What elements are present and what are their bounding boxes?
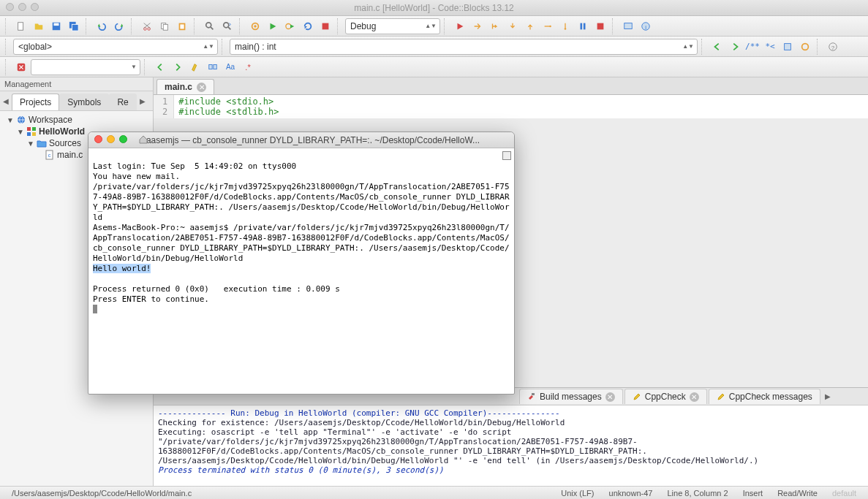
terminal-titlebar[interactable]: aasemjs — cb_console_runner DYLD_LIBRARY… bbox=[88, 132, 514, 148]
function-combo[interactable]: main() : int ▲▼ bbox=[230, 39, 698, 55]
disclosure-icon[interactable]: ▼ bbox=[27, 140, 34, 148]
sidebar-tab-projects[interactable]: Projects bbox=[12, 94, 59, 110]
code-line: #include <stdlib.h> bbox=[178, 107, 279, 117]
rebuild-button[interactable] bbox=[300, 18, 316, 34]
open-file-button[interactable] bbox=[31, 18, 47, 34]
search-next-button[interactable] bbox=[170, 59, 186, 75]
find-button[interactable] bbox=[202, 18, 218, 34]
undo-button[interactable] bbox=[94, 18, 110, 34]
svg-text:c: c bbox=[48, 153, 51, 158]
step-into-instr-button[interactable] bbox=[557, 18, 573, 34]
new-file-button[interactable] bbox=[13, 18, 29, 34]
abort-button[interactable] bbox=[317, 18, 333, 34]
window-title: main.c [HelloWorld] - Code::Blocks 13.12 bbox=[354, 3, 514, 13]
log-panel: Build messages ✕ CppCheck ✕ CppCheck mes… bbox=[154, 387, 868, 486]
whole-word-button[interactable]: Aa bbox=[222, 59, 238, 75]
main-toolbar: Debug ▲▼ i bbox=[0, 16, 868, 37]
close-tab-icon[interactable]: ✕ bbox=[605, 392, 615, 402]
run-to-cursor-button[interactable] bbox=[469, 18, 486, 34]
svg-rect-40 bbox=[532, 393, 535, 395]
disclosure-icon[interactable]: ▼ bbox=[7, 116, 14, 124]
break-button[interactable] bbox=[575, 18, 591, 34]
paste-button[interactable] bbox=[174, 18, 190, 34]
log-tab-build-messages[interactable]: Build messages ✕ bbox=[519, 389, 623, 404]
regex-button[interactable]: .* bbox=[240, 59, 256, 75]
sidebar-tab-prev-icon[interactable]: ◀ bbox=[0, 97, 12, 105]
svg-point-27 bbox=[802, 43, 809, 50]
clear-search-button[interactable] bbox=[13, 59, 29, 75]
close-tab-icon[interactable]: ✕ bbox=[690, 392, 699, 402]
svg-point-19 bbox=[565, 28, 567, 30]
step-out-button[interactable] bbox=[522, 18, 538, 34]
redo-button[interactable] bbox=[111, 18, 127, 34]
home-icon bbox=[138, 134, 148, 147]
zoom-window-icon[interactable] bbox=[119, 135, 127, 143]
close-window-icon[interactable] bbox=[6, 3, 14, 11]
close-window-icon[interactable] bbox=[94, 135, 102, 143]
terminal-output[interactable]: Last login: Tue Sep 5 14:49:02 on ttys00… bbox=[88, 148, 514, 394]
editor-tab-main-c[interactable]: main.c ✕ bbox=[156, 79, 214, 94]
svg-rect-9 bbox=[163, 24, 167, 30]
pencil-icon bbox=[717, 392, 725, 401]
debug-windows-button[interactable] bbox=[620, 18, 636, 34]
info-button[interactable]: i bbox=[638, 18, 654, 34]
next-instr-button[interactable] bbox=[540, 18, 556, 34]
close-tab-icon[interactable]: ✕ bbox=[197, 83, 206, 92]
svg-rect-3 bbox=[54, 23, 59, 26]
sidebar-tab-symbols[interactable]: Symbols bbox=[59, 94, 109, 110]
find-replace-button[interactable] bbox=[219, 18, 235, 34]
svg-text:i: i bbox=[645, 23, 646, 30]
comment-button[interactable]: /** bbox=[744, 39, 761, 55]
zoom-window-icon[interactable] bbox=[31, 3, 39, 11]
scroll-indicator-icon[interactable] bbox=[502, 151, 511, 160]
debug-run-button[interactable] bbox=[452, 18, 468, 34]
minimize-window-icon[interactable] bbox=[107, 135, 115, 143]
build-button[interactable] bbox=[247, 18, 263, 34]
window-titlebar: main.c [HelloWorld] - Code::Blocks 13.12 bbox=[0, 0, 868, 16]
jump-back-button[interactable] bbox=[709, 39, 725, 55]
status-profile: default bbox=[825, 489, 864, 498]
search-prev-button[interactable] bbox=[152, 59, 168, 75]
bookmark-button[interactable] bbox=[780, 39, 796, 55]
step-into-button[interactable] bbox=[505, 18, 521, 34]
next-line-button[interactable] bbox=[487, 18, 503, 34]
svg-rect-22 bbox=[597, 23, 604, 29]
help-button[interactable]: ? bbox=[825, 39, 841, 55]
log-tab-cppcheck[interactable]: CppCheck ✕ bbox=[624, 389, 707, 404]
sidebar-tab-next-icon[interactable]: ▶ bbox=[137, 97, 148, 105]
save-button[interactable] bbox=[48, 18, 64, 34]
build-run-button[interactable] bbox=[282, 18, 298, 34]
run-button[interactable] bbox=[265, 18, 281, 34]
tree-label: Workspace bbox=[29, 115, 72, 125]
sidebar-tab-resources[interactable]: Re bbox=[109, 94, 136, 110]
svg-rect-21 bbox=[584, 23, 586, 29]
svg-point-12 bbox=[206, 22, 211, 27]
svg-rect-32 bbox=[214, 64, 216, 69]
highlight-button[interactable] bbox=[187, 59, 203, 75]
status-readwrite: Read/Write bbox=[770, 489, 825, 498]
copy-button[interactable] bbox=[156, 18, 173, 34]
code-editor[interactable]: 1 2 #include <stdio.h> #include <stdlib.… bbox=[154, 95, 868, 118]
svg-rect-34 bbox=[27, 127, 31, 131]
disclosure-icon[interactable]: ▼ bbox=[17, 128, 24, 136]
match-case-button[interactable] bbox=[205, 59, 221, 75]
save-all-button[interactable] bbox=[66, 18, 82, 34]
log-tab-cppcheck-messages[interactable]: CppCheck messages bbox=[709, 389, 820, 404]
terminal-line-highlighted: Hello world! bbox=[93, 264, 151, 273]
log-output[interactable]: -------------- Run: Debug in HelloWorld … bbox=[154, 405, 868, 486]
log-tab-next-icon[interactable]: ▶ bbox=[822, 392, 834, 400]
build-target-combo[interactable]: Debug ▲▼ bbox=[345, 18, 440, 34]
uncomment-button[interactable]: *< bbox=[762, 39, 778, 55]
minimize-window-icon[interactable] bbox=[18, 3, 26, 11]
tree-workspace[interactable]: ▼ Workspace bbox=[0, 114, 153, 126]
search-input[interactable]: ▼ bbox=[31, 59, 140, 75]
scope-label: <global> bbox=[18, 42, 52, 52]
terminal-window[interactable]: aasemjs — cb_console_runner DYLD_LIBRARY… bbox=[88, 132, 515, 395]
search-toolbar: ▼ Aa .* bbox=[0, 57, 868, 77]
stop-debug-button[interactable] bbox=[592, 18, 608, 34]
jump-fwd-button[interactable] bbox=[727, 39, 743, 55]
terminal-line: Asems-MacBook-Pro:~ aasemjs$ /private/va… bbox=[93, 223, 510, 263]
cut-button[interactable] bbox=[139, 18, 155, 34]
scope-combo[interactable]: <global> ▲▼ bbox=[13, 39, 218, 55]
settings-button[interactable] bbox=[797, 39, 813, 55]
